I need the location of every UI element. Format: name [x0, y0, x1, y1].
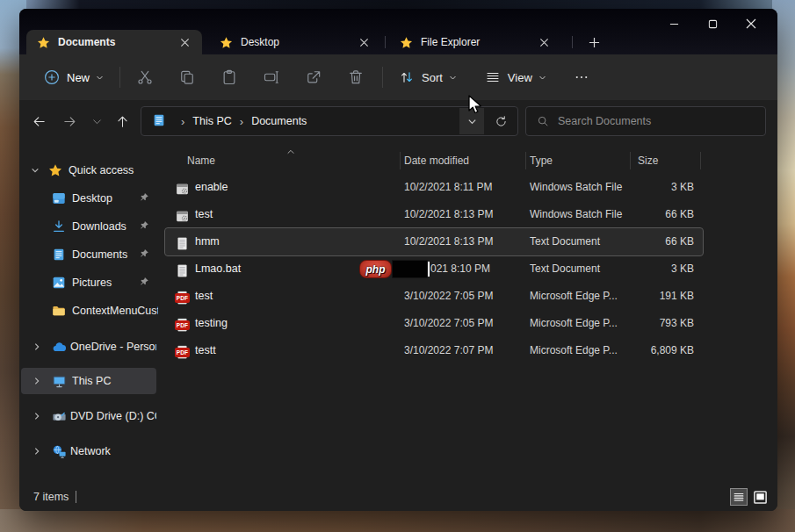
- large-icons-view-button[interactable]: [751, 488, 769, 506]
- column-divider[interactable]: [525, 152, 526, 169]
- sidebar-item-contextmenucust[interactable]: ContextMenuCust: [19, 298, 158, 324]
- command-toolbar: New Sort View: [19, 54, 777, 100]
- sidebar-item-label: Quick access: [69, 157, 155, 183]
- column-divider[interactable]: [630, 152, 631, 169]
- tab-file-explorer[interactable]: File Explorer: [389, 30, 561, 54]
- see-more-button[interactable]: [566, 60, 597, 95]
- chevron-collapsed-icon[interactable]: [33, 446, 41, 458]
- sidebar-item-pictures[interactable]: Pictures: [19, 270, 158, 296]
- file-row-test-pdf[interactable]: PDF test 3/10/2022 7:05 PM Microsoft Edg…: [165, 283, 703, 310]
- file-row-testt[interactable]: PDF testt 3/10/2022 7:07 PM Microsoft Ed…: [165, 337, 703, 364]
- arrow-up-icon: [115, 114, 130, 129]
- chevron-collapsed-icon[interactable]: [33, 376, 41, 388]
- new-tab-button[interactable]: [582, 32, 606, 53]
- desktop-icon: [52, 191, 66, 205]
- file-name: test: [195, 283, 213, 310]
- file-date: 3/10/2022 7:05 PM: [404, 283, 493, 310]
- more-ellipsis-icon: [574, 69, 589, 85]
- file-row-testing[interactable]: PDF testing 3/10/2022 7:05 PM Microsoft …: [165, 310, 703, 337]
- copy-button[interactable]: [166, 60, 208, 95]
- new-button[interactable]: New: [35, 64, 112, 90]
- breadcrumb-bar[interactable]: › This PC › Documents: [141, 106, 518, 136]
- file-size: 3 KB: [671, 255, 694, 283]
- chevron-collapsed-icon[interactable]: [33, 341, 41, 354]
- arrow-right-icon: [62, 114, 77, 129]
- refresh-icon: [495, 115, 508, 128]
- details-view-button[interactable]: [730, 488, 748, 506]
- tab-label: Desktop: [241, 36, 355, 48]
- chevron-down-icon: [467, 117, 477, 126]
- chevron-expanded-icon[interactable]: [31, 165, 40, 177]
- column-header-date-modified[interactable]: Date modified: [404, 149, 469, 172]
- minimize-button[interactable]: [654, 12, 693, 35]
- network-icon: [52, 444, 66, 458]
- column-header-name[interactable]: Name: [187, 149, 215, 172]
- breadcrumb-this-pc[interactable]: This PC: [192, 115, 231, 127]
- column-header-type[interactable]: Type: [530, 149, 553, 172]
- search-icon: [537, 115, 549, 127]
- sidebar-item-this-pc[interactable]: This PC: [21, 368, 156, 394]
- back-button[interactable]: [26, 109, 51, 133]
- up-button[interactable]: [110, 109, 134, 133]
- tab-documents[interactable]: Documents: [26, 30, 202, 54]
- column-divider[interactable]: [700, 152, 701, 169]
- search-box[interactable]: [525, 106, 766, 136]
- text-caret: [428, 262, 430, 277]
- sidebar-item-label: Network: [70, 438, 156, 464]
- file-size: 6,809 KB: [651, 337, 694, 364]
- tab-close-icon[interactable]: [535, 33, 553, 51]
- sidebar-item-label: This PC: [72, 368, 158, 394]
- recent-locations-button[interactable]: [84, 109, 109, 133]
- file-row-test-bat[interactable]: test 10/2/2021 8:13 PM Windows Batch Fil…: [165, 201, 703, 228]
- close-button[interactable]: [732, 12, 770, 35]
- address-dropdown-button[interactable]: [459, 108, 484, 134]
- arrow-left-icon: [32, 114, 47, 129]
- view-button[interactable]: View: [478, 64, 553, 90]
- explorer-star-icon: [37, 36, 50, 49]
- forward-button[interactable]: [57, 109, 82, 133]
- maximize-button[interactable]: [693, 12, 732, 35]
- refresh-button[interactable]: [488, 108, 514, 134]
- pin-icon: [139, 220, 149, 234]
- breadcrumb-documents[interactable]: Documents: [251, 115, 307, 127]
- pdf-file-icon: PDF: [175, 316, 190, 331]
- copy-icon: [178, 68, 196, 86]
- downloads-icon: [52, 219, 66, 234]
- search-input[interactable]: [558, 115, 742, 127]
- paste-button[interactable]: [208, 60, 250, 95]
- cut-button[interactable]: [124, 60, 166, 95]
- tab-desktop[interactable]: Desktop: [209, 30, 381, 54]
- status-caret: [76, 491, 76, 503]
- sidebar-item-desktop[interactable]: Desktop: [19, 185, 158, 212]
- breadcrumb-separator-icon: ›: [173, 115, 192, 128]
- sidebar-item-documents[interactable]: Documents: [19, 241, 158, 268]
- sidebar-item-network[interactable]: Network: [19, 438, 158, 464]
- share-button[interactable]: [293, 60, 335, 95]
- column-divider[interactable]: [400, 152, 401, 169]
- breadcrumb-separator-icon: ›: [232, 115, 251, 128]
- tab-close-icon[interactable]: [176, 33, 193, 51]
- file-row-enable[interactable]: enable 10/2/2021 8:11 PM Windows Batch F…: [165, 174, 703, 201]
- tab-close-icon[interactable]: [355, 33, 372, 51]
- rename-button[interactable]: [250, 60, 293, 95]
- column-header-size[interactable]: Size: [638, 149, 658, 172]
- file-row-hmm[interactable]: hmm 10/2/2021 8:13 PM Text Document 66 K…: [165, 228, 703, 255]
- plus-circle-icon: [44, 69, 60, 85]
- file-type: Text Document: [530, 228, 600, 255]
- chevron-down-icon: [96, 74, 104, 82]
- file-date: 3/10/2022 7:05 PM: [404, 310, 493, 337]
- file-row-lmao-bat[interactable]: Lmao.bat php 021 8:10 PM Text Document 3…: [165, 255, 703, 283]
- sidebar-item-quick-access[interactable]: Quick access: [19, 157, 158, 183]
- sidebar-item-label: DVD Drive (D:) CCCO: [70, 403, 156, 429]
- sidebar-item-downloads[interactable]: Downloads: [19, 213, 158, 240]
- onedrive-cloud-icon: [52, 340, 66, 354]
- navigation-pane: Quick access Desktop Downloads Documents: [19, 142, 158, 483]
- delete-button[interactable]: [335, 60, 377, 95]
- tab-divider: [385, 36, 386, 48]
- sidebar-item-dvd-drive[interactable]: DVD Drive (D:) CCCO: [19, 403, 158, 429]
- chevron-collapsed-icon[interactable]: [33, 411, 41, 423]
- folder-icon: [52, 304, 66, 318]
- sidebar-item-onedrive[interactable]: OneDrive - Personal: [19, 334, 158, 360]
- wallpaper-ground: [0, 509, 795, 532]
- sort-button[interactable]: Sort: [392, 64, 464, 90]
